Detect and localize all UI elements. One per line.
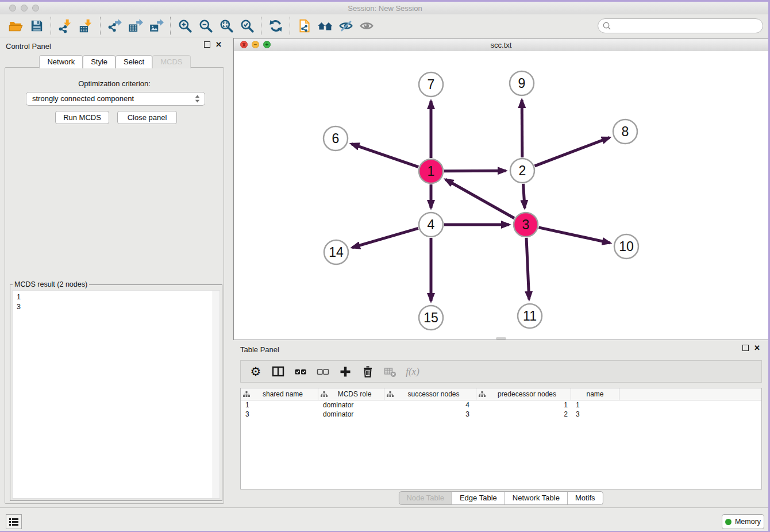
graph-edge-3-11[interactable] [526,238,529,299]
apply-layout-icon[interactable] [265,16,286,36]
export-table-icon[interactable] [125,16,146,36]
table-row[interactable]: 1dominator411 [241,400,761,410]
tab-node-table[interactable]: Node Table [398,491,452,505]
tab-network-table[interactable]: Network Table [505,491,568,505]
network-graph[interactable]: 7968124314101511 [234,51,768,340]
close-panel-icon[interactable]: ✕ [215,41,222,48]
graph-node-10[interactable]: 10 [614,234,638,259]
float-table-panel-icon[interactable] [742,345,749,351]
table-cell[interactable]: 3 [241,410,318,419]
svg-text:14: 14 [329,245,344,260]
tab-motifs[interactable]: Motifs [568,491,603,505]
add-row-icon[interactable] [338,364,352,379]
table-cell[interactable]: 4 [384,400,476,410]
graph-node-15[interactable]: 15 [419,306,443,330]
graph-edge-2-3[interactable] [523,184,525,208]
export-image-icon[interactable] [146,16,167,36]
close-panel-button[interactable]: Close panel [117,111,177,124]
tab-style[interactable]: Style [83,55,116,68]
float-panel-icon[interactable] [204,41,210,48]
result-scrollbar[interactable] [213,291,220,498]
svg-text:7: 7 [428,77,435,92]
svg-text:11: 11 [523,309,537,323]
column-header-shared-name[interactable]: shared name [241,388,318,400]
graph-node-2[interactable]: 2 [510,159,534,183]
graph-node-9[interactable]: 9 [510,71,534,95]
function-builder-icon[interactable]: f(x) [406,364,419,379]
zoom-in-icon[interactable] [175,16,195,36]
table-cell[interactable]: dominator [318,400,384,410]
graph-node-11[interactable]: 11 [518,304,542,328]
graph-node-3[interactable]: 3 [514,213,538,237]
table-cell[interactable]: 3 [384,410,476,419]
table-cell[interactable]: 1 [476,400,571,410]
svg-text:3: 3 [522,217,530,232]
canvas-resize-handle[interactable] [496,337,506,340]
column-settings-gear-icon[interactable]: ⚙ [249,364,263,379]
hide-selected-icon[interactable] [336,16,356,36]
table-cell[interactable]: 1 [571,400,619,410]
graph-node-4[interactable]: 4 [419,213,443,237]
table-cell[interactable]: 3 [571,410,619,419]
svg-text:4: 4 [428,217,435,232]
deselect-all-icon[interactable] [316,364,330,379]
memory-button[interactable]: Memory [722,514,764,529]
run-mcds-button[interactable]: Run MCDS [55,111,109,124]
import-table-icon[interactable] [76,16,97,36]
table-cell[interactable]: 2 [476,410,571,419]
graph-edge-1-6[interactable] [351,144,418,167]
svg-text:8: 8 [622,124,629,139]
graph-edge-3-10[interactable] [538,228,610,243]
search-input[interactable] [598,18,763,33]
optimization-criterion-select[interactable]: strongly connected component [26,92,205,106]
network-canvas[interactable]: 7968124314101511 [234,51,768,340]
graph-node-1[interactable]: 1 [419,159,443,183]
fit-content-icon[interactable] [216,16,237,36]
search-icon [602,21,611,30]
tab-mcds[interactable]: MCDS [152,55,190,68]
svg-text:15: 15 [424,310,438,325]
zoom-out-icon[interactable] [195,16,216,36]
first-neighbors-icon[interactable] [315,16,336,36]
zoom-selected-icon[interactable] [237,16,257,36]
graph-edge-2-9[interactable] [522,100,522,157]
table-toolbar: ⚙ f(x) [240,360,762,383]
control-panel: Control Panel ✕ NetworkStyleSelectMCDS O… [0,37,230,507]
export-network-icon[interactable] [105,16,125,36]
table-cell[interactable]: dominator [318,410,384,419]
column-header-predecessor-nodes[interactable]: predecessor nodes [476,388,571,400]
show-all-icon[interactable] [356,16,377,36]
tab-edge-table[interactable]: Edge Table [452,491,505,505]
tab-select[interactable]: Select [116,55,152,68]
window-frame-top [0,0,770,2]
network-view-window: x − + scc.txt 7968124314101511 [233,38,769,340]
save-session-icon[interactable] [26,16,47,36]
graph-node-14[interactable]: 14 [324,240,348,264]
task-history-button[interactable] [6,514,22,529]
table-row[interactable]: 3dominator323 [241,410,761,419]
close-table-panel-icon[interactable]: ✕ [754,345,760,351]
select-all-icon[interactable] [294,364,307,379]
split-view-icon[interactable] [271,364,285,379]
column-header-MCDS-role[interactable]: MCDS role [318,388,384,400]
network-from-selection-icon[interactable] [294,16,315,36]
graph-node-6[interactable]: 6 [324,126,348,151]
import-network-icon[interactable] [55,16,76,36]
column-header-name[interactable]: name [571,388,619,400]
graph-edge-1-2[interactable] [444,171,506,171]
graph-edge-4-14[interactable] [352,228,418,247]
table-cell[interactable]: 1 [241,400,318,410]
toolbar-separator [51,17,52,35]
svg-text:10: 10 [619,239,634,254]
open-session-icon[interactable] [6,16,26,36]
column-label: predecessor nodes [486,390,568,398]
svg-text:2: 2 [519,163,526,178]
tab-network[interactable]: Network [39,55,83,68]
column-header-successor-nodes[interactable]: successor nodes [384,388,476,400]
delete-row-icon[interactable] [361,364,375,379]
graph-edge-3-1[interactable] [445,179,514,218]
delete-table-icon[interactable] [383,364,397,379]
graph-node-7[interactable]: 7 [419,72,443,97]
graph-edge-2-8[interactable] [535,137,610,166]
graph-node-8[interactable]: 8 [613,119,637,144]
